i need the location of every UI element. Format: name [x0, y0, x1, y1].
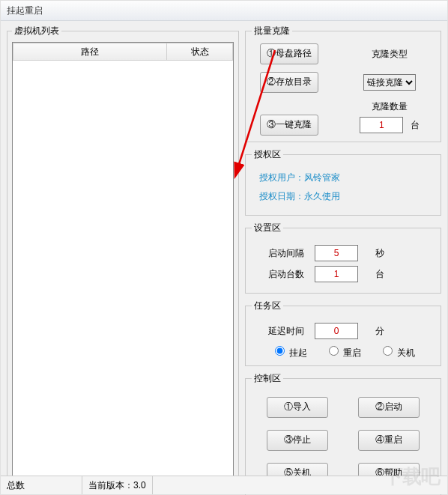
start-count-label: 启动台数: [252, 268, 304, 281]
vm-table: 路径 状态: [13, 43, 233, 61]
vm-table-container[interactable]: 路径 状态: [12, 42, 234, 476]
app-window: 挂起重启 虚拟机列表 路径 状态: [0, 0, 448, 495]
col-path[interactable]: 路径: [13, 43, 167, 61]
auth-user-value: 风铃管家: [304, 172, 340, 183]
auth-date-value: 永久使用: [304, 191, 340, 201]
task-radio-row: 挂起 重启 关机: [252, 344, 435, 359]
restart-button[interactable]: ④重启: [358, 430, 420, 451]
status-version-value: 3.0: [133, 480, 146, 491]
interval-unit: 秒: [369, 247, 391, 260]
status-total-label: 总数: [7, 479, 25, 492]
delay-unit: 分: [369, 325, 391, 338]
right-column: 批量克隆 ①母盘路径 克隆类型 ②存放目录 链接克隆: [245, 25, 441, 472]
auth-user-label: 授权用户：: [259, 172, 304, 183]
delay-input[interactable]: [315, 323, 358, 339]
vm-list-group: 虚拟机列表 路径 状态: [7, 25, 239, 477]
stop-button[interactable]: ③停止: [267, 430, 328, 451]
clone-type-label: 克隆类型: [372, 48, 408, 61]
radio-suspend[interactable]: 挂起: [271, 347, 307, 358]
clone-type-select[interactable]: 链接克隆: [363, 74, 416, 91]
start-count-unit: 台: [369, 268, 391, 281]
col-status[interactable]: 状态: [167, 43, 233, 61]
clone-title: 批量克隆: [252, 25, 292, 37]
auth-user-line: 授权用户：风铃管家: [259, 171, 432, 184]
auth-date-line: 授权日期：永久使用: [259, 190, 432, 203]
store-dir-button[interactable]: ②存放目录: [260, 72, 318, 93]
clone-count-input[interactable]: [360, 117, 403, 133]
interval-label: 启动间隔: [252, 247, 304, 260]
clone-group: 批量克隆 ①母盘路径 克隆类型 ②存放目录 链接克隆: [245, 25, 441, 142]
one-click-clone-button[interactable]: ③一键克隆: [260, 115, 318, 136]
task-group: 任务区 延迟时间 分 挂起 重启 关机: [245, 300, 441, 366]
status-bar: 总数 当前版本：3.0: [1, 476, 447, 494]
auth-title: 授权区: [252, 148, 283, 161]
left-column: 虚拟机列表 路径 状态: [7, 25, 239, 472]
auth-group: 授权区 授权用户：风铃管家 授权日期：永久使用: [245, 148, 441, 216]
status-version-cell: 当前版本：3.0: [82, 476, 153, 494]
interval-input[interactable]: [315, 245, 358, 261]
radio-shutdown[interactable]: 关机: [379, 347, 415, 358]
import-button[interactable]: ①导入: [267, 397, 328, 418]
content-area: 虚拟机列表 路径 状态 批: [1, 20, 447, 476]
control-title: 控制区: [252, 372, 283, 385]
status-total-cell: 总数: [1, 476, 82, 494]
radio-restart[interactable]: 重启: [325, 347, 361, 358]
settings-title: 设置区: [252, 222, 283, 234]
clone-count-label: 克隆数量: [372, 100, 408, 113]
title-bar: 挂起重启: [1, 1, 447, 21]
status-version-label: 当前版本：: [88, 479, 133, 492]
mother-disk-button[interactable]: ①母盘路径: [260, 43, 318, 64]
clone-count-unit: 台: [411, 119, 420, 132]
start-button[interactable]: ②启动: [358, 397, 420, 418]
vm-list-title: 虚拟机列表: [12, 25, 61, 37]
settings-group: 设置区 启动间隔 秒 启动台数 台: [245, 222, 441, 294]
task-title: 任务区: [252, 300, 283, 312]
window-title: 挂起重启: [7, 5, 43, 16]
delay-label: 延迟时间: [252, 325, 304, 338]
auth-date-label: 授权日期：: [259, 191, 304, 201]
start-count-input[interactable]: [315, 266, 358, 282]
